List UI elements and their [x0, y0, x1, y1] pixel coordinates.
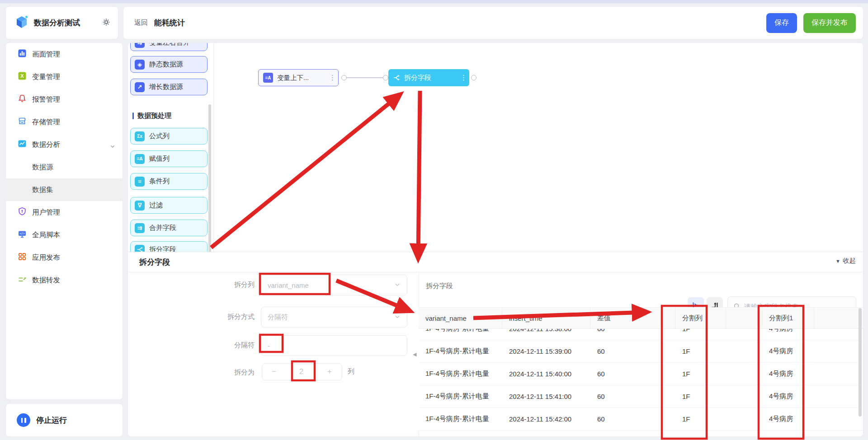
main-area: ⇆ 变量左右合并 ◈ 静态数据源 ↗ 增长数据源 数据预处理 Σx 公式列 =A… — [127, 42, 863, 437]
sidebar-item-screen-mgmt[interactable]: 画面管理 — [6, 43, 123, 66]
table-row: 1F-4号病房-累计电量 2024-12-11 15:42:00 60 1F 4… — [419, 408, 863, 431]
script-monitor-icon: </> — [18, 229, 27, 240]
sidebar-item-label: 变量管理 — [32, 72, 60, 82]
col-blank — [814, 308, 863, 328]
palette-item-merge-field[interactable]: ⇉ 合并字段 — [130, 220, 208, 236]
stop-run-label: 停止运行 — [36, 415, 67, 426]
col-insert-time: insert_time — [502, 308, 590, 328]
alarm-bell-icon — [18, 94, 27, 105]
sidebar-item-variable-mgmt[interactable]: X 变量管理 — [6, 66, 123, 88]
app-title: 数据分析测试 — [34, 18, 102, 28]
sidebar-item-label: 数据分析 — [32, 140, 60, 150]
palette-group-preprocess: 数据预处理 — [132, 112, 171, 120]
variable-icon: X — [18, 71, 27, 82]
assign-icon: =A — [135, 154, 145, 164]
split-count-label: 拆分为 — [200, 368, 255, 377]
filter-funnel-icon: ∇ — [135, 201, 145, 211]
settings-gear-icon[interactable] — [102, 18, 111, 28]
sidebar-item-global-script[interactable]: </> 全局脚本 — [6, 224, 123, 246]
table-row: 1F-4号病房-累计电量 2024-12-11 15:39:00 60 1F 4… — [419, 340, 863, 363]
back-link[interactable]: 返回 — [134, 19, 148, 27]
bar-chart-icon — [18, 49, 27, 60]
sidebar-item-data-source[interactable]: 数据源 — [6, 156, 123, 178]
data-analysis-icon — [18, 139, 27, 150]
split-col-select[interactable]: variant_name — [261, 275, 407, 295]
node2-input-port[interactable] — [383, 75, 388, 80]
header-main: 返回 能耗统计 保存 保存并发布 — [123, 6, 863, 39]
sidebar-item-label: 数据转发 — [32, 276, 60, 285]
col-delta: 差值 — [590, 308, 675, 328]
sidebar-item-alarm-mgmt[interactable]: 报警管理 — [6, 88, 123, 111]
svg-text:X: X — [20, 73, 24, 79]
stepper-value[interactable]: 2 — [286, 364, 317, 380]
sidebar-item-label: 报警管理 — [32, 95, 60, 104]
table-scrollbar[interactable] — [859, 308, 862, 417]
sidebar-item-dataset[interactable]: 数据集 — [6, 178, 123, 201]
node2-output-port[interactable] — [471, 75, 476, 80]
col-split-1: 分割列 — [675, 308, 726, 328]
table-row: 1F-4号病房-累计电量 2024-12-11 15:41:00 60 1F 4… — [419, 385, 863, 408]
static-source-icon: ◈ — [135, 60, 145, 70]
app-grid-icon — [18, 252, 27, 263]
split-count-stepper: − 2 + — [262, 363, 342, 380]
config-collapse-handle[interactable]: ◀ — [413, 351, 416, 357]
split-mode-label: 拆分方式 — [200, 313, 255, 321]
palette-item-condition-col[interactable]: ≡ 条件列 — [130, 173, 208, 190]
stepper-plus-button[interactable]: + — [317, 364, 342, 380]
page-title: 能耗统计 — [154, 18, 766, 28]
collapse-button[interactable]: ▼ 收起 — [835, 257, 856, 265]
sidebar-item-label: 全局脚本 — [32, 230, 60, 240]
condition-icon: ≡ — [135, 177, 145, 187]
sidebar-item-app-publish[interactable]: 应用发布 — [6, 246, 123, 269]
chevron-down-icon — [394, 281, 401, 289]
triangle-down-icon: ▼ — [835, 258, 840, 264]
storage-icon — [18, 117, 27, 127]
stepper-minus-button[interactable]: − — [262, 364, 286, 380]
palette-item-filter[interactable]: ∇ 过滤 — [130, 197, 208, 214]
data-forward-icon — [18, 275, 27, 286]
assign-node-icon: =A — [263, 73, 273, 83]
split-count-unit: 列 — [348, 367, 354, 376]
col-variant-name: variant_name — [419, 308, 502, 328]
growth-source-icon: ↗ — [135, 82, 145, 92]
preview-subtitle: 拆分字段 — [426, 282, 453, 290]
sidebar-subitem-label: 数据集 — [32, 185, 53, 195]
palette-item-variable-lr-merge[interactable]: ⇆ 变量左右合并 — [130, 42, 208, 51]
table-header-row: variant_name insert_time 差值 分割列 分割列1 — [419, 307, 863, 329]
sidebar-item-user-mgmt[interactable]: 用户管理 — [6, 201, 123, 224]
top-strip — [0, 0, 868, 3]
stop-run-button[interactable]: 停止运行 — [5, 403, 123, 437]
node1-output-port[interactable] — [341, 75, 347, 80]
palette-item-growth-source[interactable]: ↗ 增长数据源 — [130, 79, 208, 95]
split-node-icon — [393, 74, 400, 81]
separator-input[interactable]: - — [261, 335, 407, 356]
sidebar-item-data-analysis[interactable]: 数据分析 — [6, 133, 123, 156]
palette-item-static-source[interactable]: ◈ 静态数据源 — [130, 56, 208, 73]
separator-label: 分隔符 — [200, 341, 255, 350]
col-blank — [726, 308, 762, 328]
preview-table-area: 拆分字段 variant_name insert_time 差值 — [419, 272, 863, 437]
chevron-down-icon — [394, 314, 401, 321]
header-left: 数据分析测试 — [5, 6, 118, 39]
pause-icon — [17, 413, 30, 427]
sidebar-item-storage-mgmt[interactable]: 存储管理 — [6, 111, 123, 133]
node-split-field[interactable]: 拆分字段 ⋮ — [388, 69, 469, 86]
sidebar: 画面管理 X 变量管理 报警管理 存储管理 数据分析 数据源 数据集 用户管理 — [5, 42, 123, 400]
node-variable-merge[interactable]: =A 变量上下... ⋮ — [258, 69, 339, 86]
sidebar-item-label: 用户管理 — [32, 208, 60, 217]
node-menu-icon[interactable]: ⋮ — [329, 74, 334, 82]
sidebar-subitem-label: 数据源 — [32, 163, 53, 172]
split-field-panel: 拆分字段 ▼ 收起 ◀ 拆分列 variant_name 拆分方式 分隔符 分隔… — [128, 252, 863, 437]
sidebar-item-data-forward[interactable]: 数据转发 — [6, 269, 123, 291]
node-menu-icon[interactable]: ⋮ — [460, 74, 465, 82]
save-button[interactable]: 保存 — [766, 13, 797, 33]
palette-item-assign-col[interactable]: =A 赋值列 — [130, 150, 208, 167]
save-publish-button[interactable]: 保存并发布 — [803, 13, 856, 33]
palette-item-formula-col[interactable]: Σx 公式列 — [130, 128, 208, 145]
panel-title: 拆分字段 — [139, 257, 170, 267]
node-edge — [347, 77, 383, 78]
split-mode-select[interactable]: 分隔符 — [261, 307, 407, 328]
app-root: 数据分析测试 返回 能耗统计 保存 保存并发布 画面管理 X 变量管理 报 — [0, 0, 868, 440]
table-body: 1F-4号病房-累计电量 2024-12-11 15:38:00 60 1F 4… — [419, 329, 863, 437]
table-row: 1F-4号病房-累计电量 2024-12-11 15:38:00 60 1F 4… — [419, 329, 863, 340]
